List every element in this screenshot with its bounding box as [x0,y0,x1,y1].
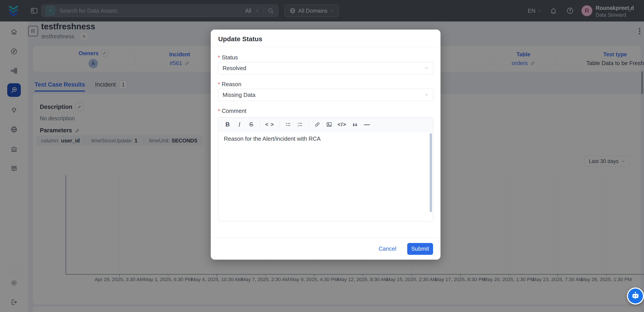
bullet-list-button[interactable] [285,121,292,128]
editor-content-area[interactable]: Reason for the Alert/incident with RCA [218,131,433,221]
toolbar-separator [308,121,309,128]
toolbar-separator [280,121,280,128]
editor-toolbar: B I S < > 12 </> [218,118,433,131]
horizontal-rule-button[interactable]: — [364,121,370,128]
bold-button[interactable]: B [224,121,231,128]
application-window: All All Domains EN R Rounakpreet.d Data … [0,0,644,312]
toolbar-separator [260,121,260,128]
modal-title: Update Status [218,35,262,43]
update-status-modal: Update Status *Status Resolved *Reason M… [211,30,440,260]
reason-field-label: *Reason [218,81,241,88]
svg-text:2: 2 [298,124,299,127]
svg-text:1: 1 [298,122,299,124]
required-asterisk: * [218,81,220,87]
chevron-down-icon [424,93,429,97]
cancel-button[interactable]: Cancel [377,245,398,252]
chat-assistant-button[interactable] [627,287,644,304]
required-asterisk: * [218,55,220,61]
modal-footer: Cancel Submit [211,238,440,260]
submit-button[interactable]: Submit [407,243,433,255]
inline-code-button[interactable]: < > [265,121,274,128]
comment-field-label: *Comment [218,108,246,114]
chevron-down-icon [424,66,429,70]
numbered-list-button[interactable]: 12 [297,121,303,128]
status-field-label: *Status [218,54,238,61]
reason-select[interactable]: Missing Data [218,89,433,101]
reason-selected-value: Missing Data [222,92,255,98]
code-block-button[interactable]: </> [338,121,346,128]
modal-header-divider [211,47,440,47]
insert-link-button[interactable] [314,121,320,128]
status-selected-value: Resolved [222,65,246,72]
comment-text[interactable]: Reason for the Alert/incident with RCA [224,135,320,142]
editor-scrollbar-thumb[interactable] [430,133,432,212]
strikethrough-button[interactable]: S [248,121,254,128]
status-select[interactable]: Resolved [218,62,433,74]
required-asterisk: * [218,108,220,114]
italic-button[interactable]: I [236,121,243,128]
insert-image-button[interactable] [326,121,332,128]
quote-button[interactable] [352,121,358,128]
comment-rich-text-editor[interactable]: B I S < > 12 </> [218,117,433,221]
robot-icon [631,291,640,301]
